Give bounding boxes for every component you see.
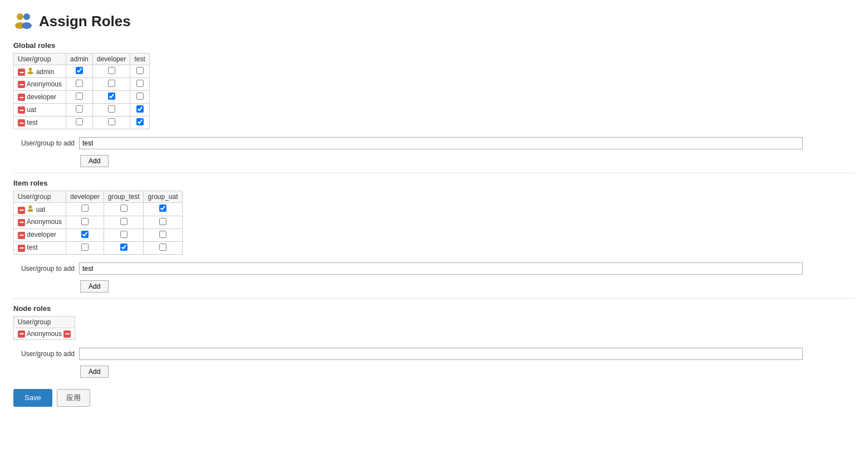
page-title-row: Assign Roles [13, 11, 855, 31]
remove-anonymous-button[interactable] [18, 219, 25, 226]
cell-usergroup: uat [14, 203, 66, 216]
cell-check-2 [130, 91, 149, 104]
cell-check-2 [144, 241, 182, 254]
svg-point-0 [17, 13, 23, 20]
cell-usergroup: Anonymous [14, 328, 75, 339]
user-icon [27, 205, 34, 212]
apply-button[interactable]: 应用 [57, 389, 90, 407]
cell-check-2 [130, 104, 149, 116]
checkbox-test-1[interactable] [108, 118, 115, 125]
node-add-button[interactable]: Add [80, 366, 109, 378]
checkbox-admin-1[interactable] [108, 67, 115, 74]
checkbox-test-0[interactable] [81, 244, 89, 251]
checkbox-developer-0[interactable] [76, 93, 83, 100]
global-roles-section: Global roles User/group admin developer … [13, 41, 855, 167]
checkbox-anonymous-1[interactable] [120, 218, 127, 225]
table-row: test [14, 241, 183, 254]
node-roles-title: Node roles [13, 304, 855, 313]
cell-check-0 [66, 104, 93, 116]
cell-check-0 [66, 216, 104, 228]
node-add-input[interactable] [79, 348, 803, 360]
remove-anonymous-button[interactable] [18, 81, 25, 88]
checkbox-anonymous-0[interactable] [76, 80, 83, 87]
global-add-row: User/group to add [13, 137, 855, 149]
bottom-buttons: Save 应用 [13, 389, 855, 407]
checkbox-test-1[interactable] [120, 244, 127, 251]
cell-check-1 [104, 203, 144, 216]
cell-check-1 [92, 65, 130, 78]
checkbox-developer-2[interactable] [136, 93, 144, 100]
cell-check-0 [66, 241, 104, 254]
item-col-usergroup: User/group [14, 191, 66, 203]
cell-check-2 [144, 228, 182, 241]
remove-admin-button[interactable] [18, 69, 25, 76]
cell-usergroup: developer [14, 91, 66, 104]
node-roles-section: Node roles User/group Anonymous User/gro… [13, 304, 855, 378]
item-add-button[interactable]: Add [80, 280, 109, 293]
remove-uat-button[interactable] [18, 106, 25, 114]
item-roles-section: Item roles User/group developer group_te… [13, 179, 855, 292]
checkbox-anonymous-2[interactable] [136, 80, 144, 87]
cell-check-1 [104, 216, 144, 228]
checkbox-developer-0[interactable] [81, 231, 89, 238]
checkbox-uat-0[interactable] [76, 105, 83, 113]
save-button[interactable]: Save [13, 389, 52, 407]
cell-check-0 [66, 116, 93, 129]
global-roles-table: User/group admin developer test admin [13, 53, 150, 129]
checkbox-admin-2[interactable] [136, 67, 144, 74]
item-add-label: User/group to add [13, 265, 75, 273]
checkbox-admin-0[interactable] [76, 67, 83, 74]
checkbox-test-2[interactable] [159, 244, 166, 251]
cell-check-0 [66, 78, 93, 91]
svg-point-6 [29, 206, 32, 209]
checkbox-test-2[interactable] [136, 118, 144, 125]
cell-check-2 [144, 203, 182, 216]
global-col-admin: admin [66, 53, 93, 65]
cell-usergroup: Anonymous [14, 216, 66, 228]
checkbox-test-0[interactable] [76, 118, 83, 125]
cell-usergroup: admin [14, 65, 66, 78]
checkbox-anonymous-1[interactable] [108, 80, 115, 87]
checkbox-developer-2[interactable] [159, 231, 166, 238]
remove-test-button[interactable] [18, 119, 25, 126]
cell-check-1 [104, 228, 144, 241]
cell-check-1 [92, 78, 130, 91]
node-add-label: User/group to add [13, 350, 75, 358]
remove-uat-button[interactable] [18, 207, 25, 214]
table-row: developer [14, 228, 183, 241]
table-row: Anonymous [14, 216, 183, 228]
svg-point-4 [29, 68, 32, 71]
page-title: Assign Roles [39, 13, 131, 30]
remove-developer-button[interactable] [18, 232, 25, 239]
global-add-button[interactable]: Add [80, 155, 109, 167]
cell-check-0 [66, 91, 93, 104]
global-add-input[interactable] [79, 137, 803, 149]
global-col-usergroup: User/group [14, 53, 66, 65]
checkbox-developer-1[interactable] [108, 93, 115, 100]
cell-check-1 [104, 241, 144, 254]
table-row: uat [14, 104, 150, 116]
remove-developer-button[interactable] [18, 94, 25, 101]
checkbox-developer-1[interactable] [120, 231, 127, 238]
remove-anonymous-button[interactable] [18, 330, 25, 338]
cell-check-2 [130, 65, 149, 78]
node-add-row: User/group to add [13, 348, 855, 360]
item-add-row: User/group to add [13, 262, 855, 275]
table-row: Anonymous [14, 78, 150, 91]
remove-anonymous-2-button[interactable] [63, 330, 71, 338]
checkbox-uat-2[interactable] [136, 105, 144, 113]
checkbox-uat-1[interactable] [120, 205, 127, 212]
cell-check-1 [92, 91, 130, 104]
item-add-input[interactable] [79, 262, 803, 275]
page-container: Assign Roles Global roles User/group adm… [0, 0, 868, 472]
checkbox-uat-1[interactable] [108, 105, 115, 113]
checkbox-uat-2[interactable] [159, 205, 166, 212]
checkbox-anonymous-0[interactable] [81, 218, 89, 225]
checkbox-uat-0[interactable] [81, 205, 89, 212]
cell-check-1 [92, 104, 130, 116]
remove-test-button[interactable] [18, 245, 25, 252]
cell-usergroup: developer [14, 228, 66, 241]
checkbox-anonymous-2[interactable] [159, 218, 166, 225]
cell-check-2 [130, 78, 149, 91]
table-row: developer [14, 91, 150, 104]
